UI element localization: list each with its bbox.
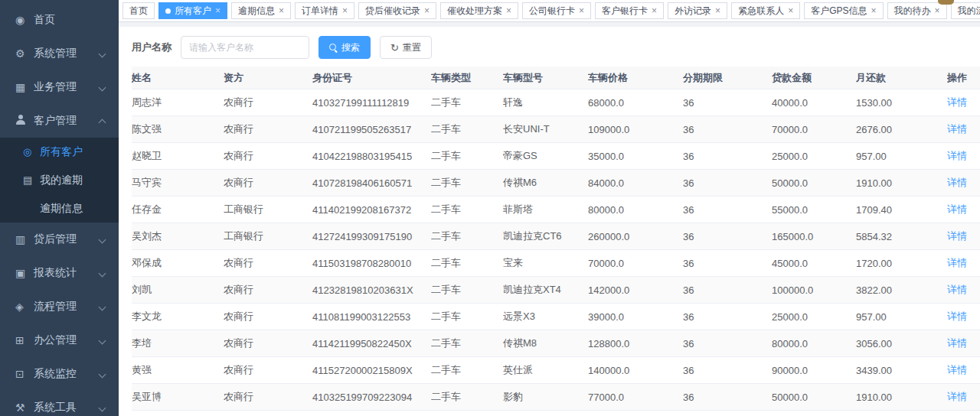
cell-loan-amount: 50000.0: [772, 384, 856, 411]
detail-link[interactable]: 详情: [947, 230, 967, 242]
detail-link[interactable]: 详情: [947, 203, 967, 215]
cell-id-number: 411402199208167372: [312, 197, 431, 223]
cell-bank: 农商行: [224, 143, 312, 170]
close-icon[interactable]: ×: [715, 6, 720, 15]
tab-label: 所有客户: [175, 5, 211, 18]
sidebar-subitem-label: 所有客户: [40, 145, 83, 159]
table-row: 李培农商行41142119950822450X二手车传祺M8128800.036…: [132, 330, 980, 357]
sidebar-subitem-1[interactable]: ▤我的逾期: [0, 166, 119, 194]
sidebar-item-4[interactable]: ▥贷后管理: [0, 223, 119, 256]
tab-item[interactable]: 客户银行卡×: [595, 2, 664, 19]
sidebar-item-6[interactable]: ◈流程管理: [0, 290, 119, 323]
cell-name: 周志洋: [132, 89, 224, 116]
sidebar-item-label: 系统工具: [34, 401, 100, 414]
tab-item[interactable]: 贷后催收记录×: [358, 2, 436, 19]
tab-item[interactable]: 催收处理方案×: [440, 2, 518, 19]
sidebar-subitem-2[interactable]: 逾期信息: [0, 194, 119, 223]
reset-button[interactable]: ↻ 重置: [380, 36, 432, 59]
user-icon-shape: [15, 115, 26, 125]
close-icon[interactable]: ×: [871, 6, 876, 15]
cell-name: 黄强: [132, 357, 224, 384]
tab-item[interactable]: 紧急联系人×: [731, 2, 800, 19]
close-icon[interactable]: ×: [424, 6, 430, 15]
cell-term: 36: [683, 223, 772, 250]
close-icon[interactable]: ×: [579, 6, 584, 15]
column-header: 身份证号: [312, 67, 431, 89]
detail-link[interactable]: 详情: [947, 96, 967, 108]
detail-link[interactable]: 详情: [947, 391, 967, 402]
cell-vehicle-price: 128800.0: [588, 330, 683, 357]
tab-item[interactable]: 外访记录×: [668, 2, 727, 19]
cell-bank: 农商行: [224, 304, 312, 330]
table-row: 刘凯农商行41232819810203631X二手车凯迪拉克XT4142000.…: [132, 277, 980, 304]
tab-item[interactable]: 首页: [122, 2, 155, 19]
sidebar-item-1[interactable]: ⚙系统管理: [0, 37, 119, 70]
avatar[interactable]: [938, 0, 954, 5]
detail-link[interactable]: 详情: [947, 123, 967, 135]
cell-vehicle-model: 菲斯塔: [503, 197, 588, 223]
column-header: 月还款: [856, 67, 947, 89]
tab-item[interactable]: 我的流程×: [951, 2, 980, 19]
cell-loan-amount: 70000.0: [772, 116, 856, 143]
sidebar-item-8[interactable]: ⊡系统监控: [0, 357, 119, 391]
cell-id-number: 410422198803195415: [312, 143, 431, 170]
cell-monthly-payment: 3056.00: [856, 330, 947, 357]
sidebar-item-7[interactable]: ⊞办公管理: [0, 323, 119, 357]
chevron-down-icon: [99, 269, 106, 277]
cell-term: 36: [683, 330, 772, 357]
sidebar-item-3[interactable]: 客户管理: [0, 104, 119, 138]
close-icon[interactable]: ×: [652, 6, 657, 15]
cell-id-number: 410325199709223094: [312, 384, 431, 411]
cell-id-number: 410721199505263517: [312, 116, 431, 143]
cell-id-number: 410327199111112819: [312, 89, 431, 116]
close-icon[interactable]: ×: [342, 6, 348, 15]
tab-item[interactable]: 订单详情×: [295, 2, 354, 19]
detail-link[interactable]: 详情: [947, 284, 967, 295]
tab-label: 外访记录: [675, 5, 711, 18]
column-header: 资方: [224, 67, 312, 89]
detail-link[interactable]: 详情: [947, 337, 967, 349]
tab-item[interactable]: 所有客户×: [158, 2, 227, 19]
close-icon[interactable]: ×: [506, 6, 511, 15]
cell-vehicle-price: 142000.0: [588, 277, 683, 304]
sidebar-item-label: 报表统计: [34, 266, 100, 280]
detail-link[interactable]: 详情: [947, 257, 967, 268]
search-button[interactable]: 搜索: [318, 36, 371, 59]
tab-item[interactable]: 公司银行卡×: [522, 2, 591, 19]
close-icon[interactable]: ×: [788, 6, 793, 15]
cell-vehicle-model: 长安UNI-T: [503, 116, 588, 143]
sidebar-item-0[interactable]: ◉首页: [0, 3, 119, 37]
cell-name: 刘凯: [132, 277, 224, 304]
chevron-up-icon: [99, 119, 106, 126]
my-overdue-icon: ▤: [23, 174, 40, 186]
tab-item[interactable]: 我的待办×: [887, 2, 947, 19]
tab-item[interactable]: 客户GPS信息×: [804, 2, 883, 19]
detail-link[interactable]: 详情: [947, 364, 967, 375]
close-icon[interactable]: ×: [279, 6, 284, 15]
cell-action: 详情: [947, 304, 980, 330]
cell-vehicle-type: 二手车: [431, 197, 503, 223]
cell-name: 陈文强: [132, 116, 224, 143]
cell-bank: 农商行: [224, 116, 312, 143]
close-icon[interactable]: ×: [935, 6, 940, 15]
cell-vehicle-price: 68000.0: [588, 89, 683, 116]
sidebar-item-9[interactable]: ⚒系统工具: [0, 391, 119, 416]
sidebar-item-2[interactable]: ▦业务管理: [0, 70, 119, 104]
detail-link[interactable]: 详情: [947, 177, 967, 188]
cell-vehicle-price: [588, 411, 683, 416]
cell-vehicle-type: 二手车: [431, 170, 503, 197]
detail-link[interactable]: 详情: [947, 310, 967, 322]
customer-name-input[interactable]: [181, 36, 309, 59]
cell-loan-amount: 25000.0: [772, 143, 856, 170]
cell-vehicle-type: 二手车: [431, 384, 503, 411]
detail-link[interactable]: 详情: [947, 150, 967, 161]
table-row: 任存金工商银行411402199208167372二手车菲斯塔80000.036…: [132, 197, 980, 223]
active-dot: [165, 8, 171, 14]
sidebar-item-5[interactable]: ▣报表统计: [0, 256, 119, 290]
cell-term: 36: [683, 170, 772, 197]
sidebar-subitem-0[interactable]: ◎所有客户: [0, 138, 119, 166]
close-icon[interactable]: ×: [215, 6, 220, 15]
tab-label: 首页: [129, 5, 148, 18]
cell-vehicle-price: 84000.0: [588, 170, 683, 197]
tab-item[interactable]: 逾期信息×: [231, 2, 291, 19]
